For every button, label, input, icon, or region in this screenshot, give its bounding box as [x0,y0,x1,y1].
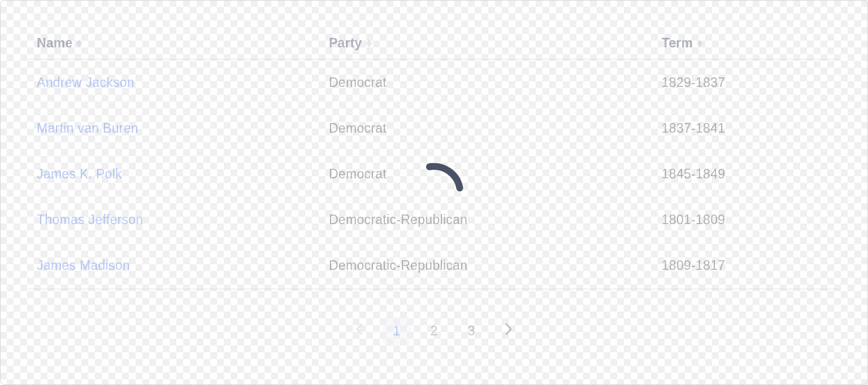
cell-name: Thomas Jefferson [28,197,320,243]
column-header-name-label: Name [37,36,72,51]
column-header-name[interactable]: Name [28,28,320,59]
cell-name: Andrew Jackson [28,59,320,106]
table-row: James Madison Democratic-Republican 1809… [28,243,839,289]
cell-party: Democratic-Republican [320,243,653,289]
chevron-left-icon [355,323,363,339]
sort-icon [76,40,83,47]
cell-term: 1837-1841 [653,106,839,151]
row-name-link[interactable]: Thomas Jefferson [37,212,143,227]
sort-icon [696,40,703,47]
column-header-party-label: Party [329,36,362,51]
cell-name: James Madison [28,243,320,289]
page-button-3[interactable]: 3 [457,317,485,345]
prev-page-button[interactable] [345,317,374,345]
row-name-link[interactable]: Martin van Buren [37,121,138,135]
cell-party: Democrat [320,151,653,197]
cell-term: 1845-1849 [653,151,839,197]
column-header-term[interactable]: Term [653,28,839,59]
cell-party: Democratic-Republican [320,197,653,243]
page-button-2[interactable]: 2 [420,317,448,345]
column-header-party[interactable]: Party [320,28,653,59]
table-row: Martin van Buren Democrat 1837-1841 [28,106,839,151]
row-name-link[interactable]: James K. Polk [37,167,122,181]
table-card: Name Party [0,0,868,385]
cell-name: Martin van Buren [28,106,320,151]
table-row: James K. Polk Democrat 1845-1849 [28,151,839,197]
cell-name: James K. Polk [28,151,320,197]
cell-party: Democrat [320,106,653,151]
table-header-row: Name Party [28,28,839,59]
next-page-button[interactable] [494,317,523,345]
chevron-right-icon [505,323,513,339]
cell-party: Democrat [320,59,653,106]
pagination: 1 2 3 [28,317,840,345]
page-button-1[interactable]: 1 [383,317,411,345]
column-header-term-label: Term [662,36,693,51]
row-name-link[interactable]: James Madison [37,258,130,273]
table-row: Andrew Jackson Democrat 1829-1837 [28,59,839,106]
data-table: Name Party [28,28,839,290]
dimmed-content: Name Party [28,28,840,345]
cell-term: 1829-1837 [653,59,839,106]
table-row: Thomas Jefferson Democratic-Republican 1… [28,197,839,243]
cell-term: 1801-1809 [653,197,839,243]
cell-term: 1809-1817 [653,243,839,289]
sort-icon [366,40,372,47]
row-name-link[interactable]: Andrew Jackson [37,75,134,90]
